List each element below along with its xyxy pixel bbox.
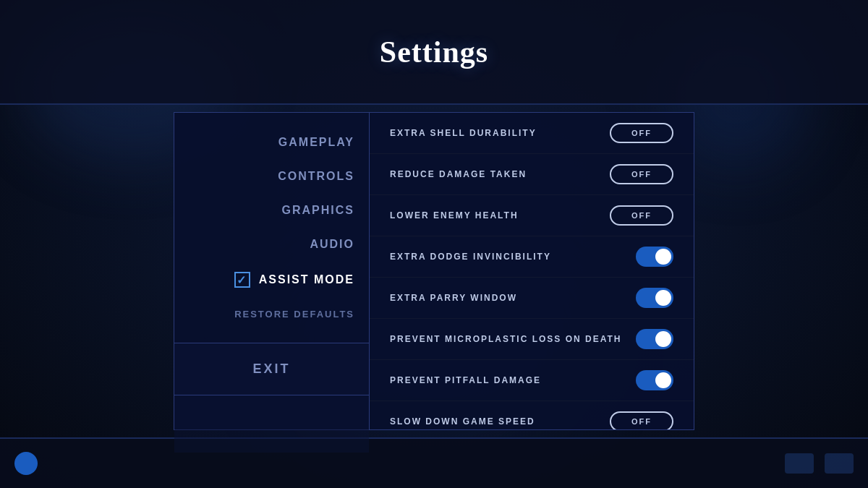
settings-label-extra-shell-durability: EXTRA SHELL DURABILITY <box>390 128 537 138</box>
bottom-bar <box>0 437 868 488</box>
toggle-switch-prevent-pitfall-damage[interactable] <box>636 370 673 390</box>
settings-label-extra-dodge-invincibility: EXTRA DODGE INVINCIBILITY <box>390 252 551 262</box>
assist-mode-checkbox <box>234 272 250 288</box>
sidebar-bottom: EXIT <box>174 343 369 453</box>
settings-label-lower-enemy-health: LOWER ENEMY HEALTH <box>390 210 519 221</box>
settings-row-slow-down-game-speed: SLOW DOWN GAME SPEEDOFF <box>370 401 694 429</box>
settings-row-prevent-microplastic-loss: PREVENT MICROPLASTIC LOSS ON DEATH <box>370 319 694 360</box>
toggle-knob-prevent-pitfall-damage <box>655 372 671 388</box>
toggle-off-extra-shell-durability[interactable]: OFF <box>610 123 673 143</box>
settings-label-reduce-damage-taken: REDUCE DAMAGE TAKEN <box>390 169 527 179</box>
toggle-knob-extra-dodge-invincibility <box>655 249 671 265</box>
sidebar-item-controls[interactable]: CONTROLS <box>174 161 369 192</box>
sidebar-bottom-extra <box>174 395 369 453</box>
settings-row-extra-parry-window: EXTRA PARRY WINDOW <box>370 278 694 319</box>
sidebar-item-restore-defaults[interactable]: RESTORE DEFAULTS <box>174 300 369 328</box>
page-title: Settings <box>380 35 488 69</box>
sidebar-item-assist-mode[interactable]: ASSIST MODE <box>174 263 369 296</box>
sidebar-item-graphics[interactable]: GRAPHICS <box>174 195 369 226</box>
bottom-icon-left <box>14 452 38 475</box>
toggle-switch-prevent-microplastic-loss[interactable] <box>636 329 673 349</box>
toggle-off-slow-down-game-speed[interactable]: OFF <box>610 411 673 429</box>
bottom-icon-right-2 <box>825 453 854 474</box>
toggle-knob-extra-parry-window <box>655 290 671 306</box>
content-area: EXTRA SHELL DURABILITYOFFREDUCE DAMAGE T… <box>370 113 694 429</box>
bottom-icons-right <box>785 453 854 474</box>
settings-row-extra-dodge-invincibility: EXTRA DODGE INVINCIBILITY <box>370 236 694 278</box>
settings-label-prevent-microplastic-loss: PREVENT MICROPLASTIC LOSS ON DEATH <box>390 334 621 344</box>
toggle-knob-prevent-microplastic-loss <box>655 331 671 347</box>
sidebar: GAMEPLAY CONTROLS GRAPHICS AUDIO ASSIST … <box>174 113 370 429</box>
settings-row-reduce-damage-taken: REDUCE DAMAGE TAKENOFF <box>370 154 694 195</box>
toggle-off-reduce-damage-taken[interactable]: OFF <box>610 164 673 184</box>
top-bar: Settings <box>0 0 868 105</box>
toggle-off-lower-enemy-health[interactable]: OFF <box>610 205 673 226</box>
main-panel: GAMEPLAY CONTROLS GRAPHICS AUDIO ASSIST … <box>174 112 694 430</box>
settings-row-prevent-pitfall-damage: PREVENT PITFALL DAMAGE <box>370 360 694 401</box>
sidebar-item-audio[interactable]: AUDIO <box>174 229 369 260</box>
settings-label-slow-down-game-speed: SLOW DOWN GAME SPEED <box>390 416 535 427</box>
toggle-switch-extra-parry-window[interactable] <box>636 288 673 308</box>
bottom-icon-right-1 <box>785 453 814 474</box>
exit-button[interactable]: EXIT <box>174 343 369 395</box>
settings-label-extra-parry-window: EXTRA PARRY WINDOW <box>390 293 517 303</box>
sidebar-item-gameplay[interactable]: GAMEPLAY <box>174 127 369 158</box>
settings-row-extra-shell-durability: EXTRA SHELL DURABILITYOFF <box>370 113 694 154</box>
sidebar-nav: GAMEPLAY CONTROLS GRAPHICS AUDIO ASSIST … <box>174 113 369 343</box>
settings-row-lower-enemy-health: LOWER ENEMY HEALTHOFF <box>370 195 694 236</box>
toggle-switch-extra-dodge-invincibility[interactable] <box>636 247 673 267</box>
settings-label-prevent-pitfall-damage: PREVENT PITFALL DAMAGE <box>390 375 541 385</box>
